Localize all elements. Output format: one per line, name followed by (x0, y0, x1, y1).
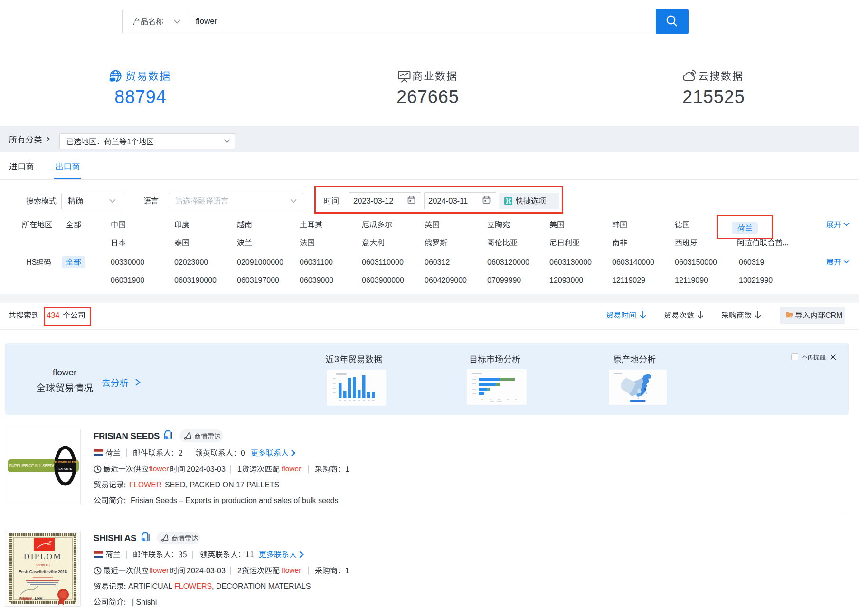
svg-text:Shishi AS: Shishi AS (36, 563, 50, 567)
svg-text:Eesti Gasellettevõte 2018: Eesti Gasellettevõte 2018 (19, 569, 67, 574)
svg-text:DIPLOM: DIPLOM (24, 552, 62, 561)
svg-text:LHV: LHV (35, 597, 43, 601)
svg-text:Äripäev: Äripäev (19, 597, 32, 601)
